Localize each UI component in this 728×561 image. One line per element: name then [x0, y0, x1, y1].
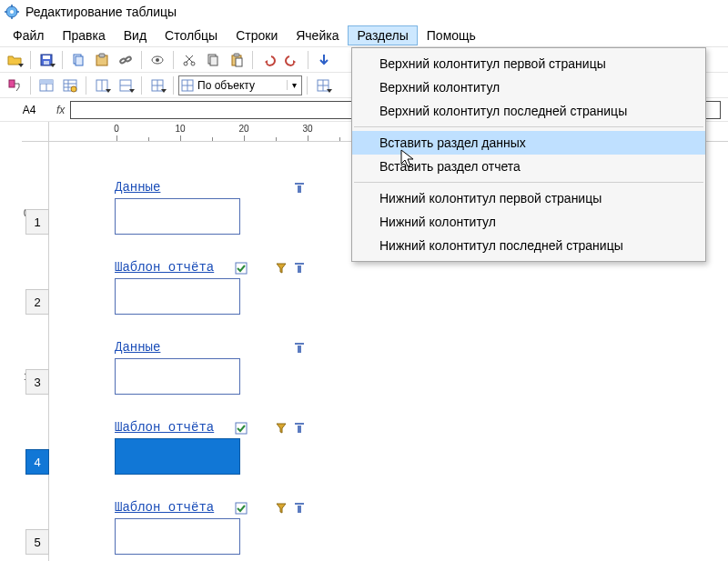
separator [173, 51, 174, 69]
ruler-tick: 30 [302, 124, 312, 134]
preview-button[interactable] [147, 49, 168, 71]
redo-button[interactable] [281, 49, 303, 71]
cell-a4[interactable] [115, 438, 240, 475]
separator [86, 76, 86, 95]
row-header-3[interactable]: 3 [25, 369, 49, 395]
dd-footer[interactable]: Нижний колонтитул [352, 210, 705, 234]
dd-header[interactable]: Верхний колонтитул [352, 75, 705, 99]
svg-rect-7 [43, 55, 50, 59]
section-title[interactable]: Данные [115, 180, 160, 195]
grid-fit-icon [179, 79, 196, 92]
move-down-button[interactable] [313, 49, 335, 71]
menu-rows[interactable]: Строки [227, 25, 287, 45]
filter-lightning-icon[interactable] [275, 502, 288, 515]
separator [62, 51, 63, 69]
dd-footer-last[interactable]: Нижний колонтитул последней страницы [352, 234, 705, 257]
copy-button[interactable] [202, 49, 224, 71]
dd-insert-report-section[interactable]: Вставить раздел отчета [352, 155, 705, 178]
zoom-mode-combobox[interactable]: По объекту ▾ [178, 75, 302, 95]
dropdown-separator [354, 126, 703, 127]
cut-button[interactable] [178, 49, 200, 71]
grid-a-button[interactable] [91, 75, 113, 96]
checkbox-icon[interactable] [235, 422, 248, 435]
grid-b-button[interactable] [115, 75, 136, 96]
section-title[interactable]: Шаблон отчёта [115, 420, 214, 435]
separator [141, 76, 142, 95]
menu-sections[interactable]: Разделы [348, 25, 417, 45]
svg-rect-58 [298, 426, 301, 433]
zoom-mode-text: По объекту [196, 79, 287, 92]
checkbox-icon[interactable] [235, 262, 248, 275]
cell-a3[interactable] [115, 358, 240, 395]
svg-rect-10 [76, 56, 83, 65]
clipboard-button[interactable] [226, 49, 248, 71]
ruler-corner [22, 122, 49, 142]
cell-a2[interactable] [115, 278, 240, 315]
section-title[interactable]: Шаблон отчёта [115, 500, 214, 515]
svg-rect-30 [40, 80, 53, 84]
dd-footer-first[interactable]: Нижний колонтитул первой страницы [352, 186, 705, 210]
row-header-5[interactable]: 5 [25, 529, 49, 555]
svg-rect-12 [99, 54, 105, 57]
cell-a1[interactable] [115, 198, 240, 235]
fx-label[interactable]: fx [56, 104, 65, 116]
dd-header-last[interactable]: Верхний колонтитул последней страницы [352, 99, 705, 123]
filter-lightning-icon[interactable] [275, 422, 288, 435]
svg-point-35 [71, 86, 76, 92]
table2-button[interactable] [59, 75, 81, 96]
titlebar: Редактирование таблицы [0, 0, 728, 24]
menu-cell[interactable]: Ячейка [287, 25, 348, 45]
checkbox-icon[interactable] [235, 502, 248, 515]
svg-rect-56 [236, 423, 247, 434]
align-top-icon[interactable] [293, 262, 306, 275]
chevron-down-icon: ▾ [287, 80, 301, 90]
copy-tool-button[interactable] [67, 49, 89, 71]
section-report-2[interactable]: Шаблон отчёта [115, 260, 360, 315]
align-top-icon[interactable] [293, 422, 306, 435]
cell-a5[interactable] [115, 518, 240, 555]
link-button[interactable] [115, 49, 136, 71]
grid-c-button[interactable] [147, 75, 168, 96]
menu-columns[interactable]: Столбцы [156, 25, 227, 45]
row-headers: 1 2 3 4 5 [0, 164, 49, 561]
svg-rect-22 [210, 56, 217, 65]
menu-view[interactable]: Вид [115, 25, 156, 45]
menu-help[interactable]: Помощь [418, 25, 485, 45]
grid-d-button[interactable] [312, 75, 334, 96]
section-title[interactable]: Данные [115, 340, 160, 355]
separator [30, 76, 31, 95]
window-title: Редактирование таблицы [25, 5, 177, 19]
filter-lightning-icon[interactable] [275, 262, 288, 275]
dd-insert-data-section[interactable]: Вставить раздел данных [352, 131, 705, 155]
ruler-tick: 10 [175, 124, 185, 134]
section-title[interactable]: Шаблон отчёта [115, 260, 214, 275]
open-button[interactable] [4, 49, 25, 71]
align-top-icon[interactable] [293, 182, 306, 195]
section-report-5[interactable]: Шаблон отчёта [115, 500, 360, 555]
svg-point-14 [125, 55, 131, 61]
cell-reference[interactable]: A4 [7, 104, 51, 116]
table1-button[interactable] [35, 75, 57, 96]
section-data-3[interactable]: Данные [115, 340, 360, 395]
svg-rect-61 [298, 506, 301, 513]
dd-header-first[interactable]: Верхний колонтитул первой страницы [352, 52, 705, 75]
undo-button[interactable] [258, 49, 279, 71]
paste-tool-button[interactable] [91, 49, 113, 71]
svg-rect-59 [236, 503, 247, 514]
align-top-icon[interactable] [293, 342, 306, 355]
row-header-1[interactable]: 1 [25, 209, 49, 235]
row-header-4[interactable]: 4 [25, 449, 49, 475]
svg-rect-55 [298, 346, 301, 353]
separator [252, 51, 253, 69]
svg-rect-50 [298, 185, 301, 193]
section-data-1[interactable]: Данные [115, 180, 360, 235]
menu-file[interactable]: Файл [4, 25, 53, 45]
menubar: Файл Правка Вид Столбцы Строки Ячейка Ра… [0, 24, 728, 47]
row-header-2[interactable]: 2 [25, 289, 49, 315]
save-button[interactable] [35, 49, 57, 71]
menu-edit[interactable]: Правка [53, 25, 114, 45]
svg-rect-25 [236, 58, 242, 66]
paint-button[interactable] [4, 75, 25, 96]
section-report-4[interactable]: Шаблон отчёта [115, 420, 360, 475]
align-top-icon[interactable] [293, 502, 306, 515]
